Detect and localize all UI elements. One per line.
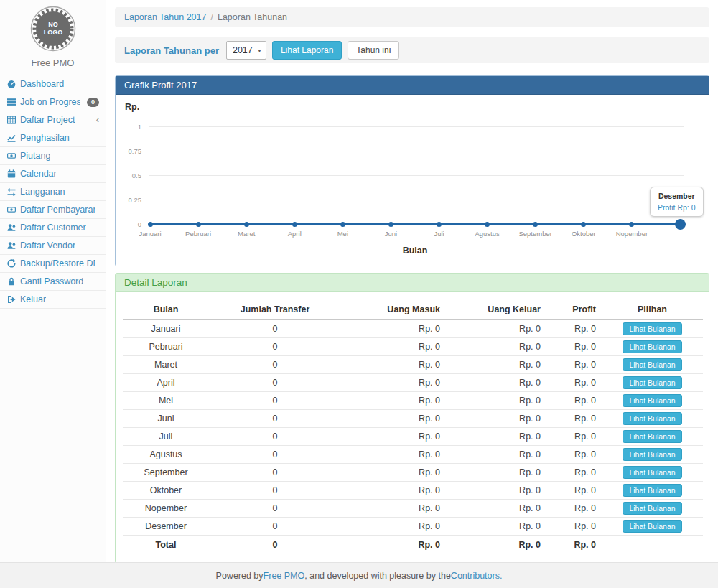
data-point-highlighted[interactable]: [675, 219, 686, 230]
gridline: [149, 126, 684, 127]
table-row: Juni0Rp. 0Rp. 0Rp. 0Lihat Bulanan: [123, 410, 703, 428]
cell-jumlah-transfer: 0: [209, 428, 341, 446]
cell-jumlah-transfer: 0: [209, 446, 341, 464]
cell-pilihan: Lihat Bulanan: [602, 446, 703, 464]
cell-jumlah-transfer: 0: [209, 392, 341, 410]
cell-profit: Rp. 0: [546, 446, 602, 464]
cell-pilihan: Lihat Bulanan: [602, 356, 703, 374]
exchange-icon: [6, 187, 17, 196]
sidebar-item-job-on-progress[interactable]: Job on Progress0: [0, 93, 106, 111]
chevron-down-icon: ▼: [257, 48, 262, 53]
cell-pilihan: Lihat Bulanan: [602, 374, 703, 392]
view-monthly-button[interactable]: Lihat Bulanan: [623, 430, 681, 443]
cell-profit: Rp. 0: [546, 428, 602, 446]
sidebar-item-daftar-project[interactable]: Daftar Project‹: [0, 111, 106, 129]
table-row: September0Rp. 0Rp. 0Rp. 0Lihat Bulanan: [123, 464, 703, 482]
view-monthly-button[interactable]: Lihat Bulanan: [623, 322, 681, 335]
view-monthly-button[interactable]: Lihat Bulanan: [623, 340, 681, 353]
breadcrumb-link-laporan-tahun[interactable]: Laporan Tahun 2017: [124, 12, 206, 22]
data-point[interactable]: [244, 222, 249, 227]
view-monthly-button[interactable]: Lihat Bulanan: [623, 394, 681, 407]
breadcrumb-separator: /: [210, 12, 213, 22]
cell-uang-keluar: Rp. 0: [446, 410, 546, 428]
data-point[interactable]: [388, 222, 393, 227]
data-point[interactable]: [148, 222, 153, 227]
cell-uang-masuk: Rp. 0: [341, 428, 446, 446]
view-monthly-button[interactable]: Lihat Bulanan: [623, 448, 681, 461]
view-report-button[interactable]: Lihat Laporan: [272, 41, 342, 60]
sidebar-item-daftar-vendor[interactable]: Daftar Vendor: [0, 237, 106, 255]
cell-jumlah-transfer: 0: [209, 500, 341, 518]
sidebar-item-calendar[interactable]: Calendar: [0, 165, 106, 183]
cell-jumlah-transfer: 0: [209, 410, 341, 428]
sidebar-item-penghasilan[interactable]: Penghasilan: [0, 129, 106, 147]
sidebar-item-daftar-pembayaran[interactable]: Daftar Pembayaran: [0, 201, 106, 219]
brand-name: Free PMO: [0, 57, 106, 68]
cell-profit: Rp. 0: [546, 536, 602, 553]
view-monthly-button[interactable]: Lihat Bulanan: [623, 484, 681, 497]
chart-tooltip: Desember Profit Rp: 0: [650, 187, 704, 217]
profit-line-series: [150, 223, 680, 225]
cell-jumlah-transfer: 0: [209, 464, 341, 482]
footer-link-free-pmo[interactable]: Free PMO: [264, 571, 305, 581]
cell-uang-masuk: Rp. 0: [341, 500, 446, 518]
cell-uang-masuk: Rp. 0: [341, 482, 446, 500]
x-tick-label: Pebruari: [173, 230, 223, 238]
report-table: Bulan Jumlah Transfer Uang Masuk Uang Ke…: [123, 301, 703, 553]
view-monthly-button[interactable]: Lihat Bulanan: [623, 466, 681, 479]
view-monthly-button[interactable]: Lihat Bulanan: [623, 358, 681, 371]
tasks-icon: [6, 98, 17, 106]
cell-bulan: Juli: [123, 428, 209, 446]
sidebar-item-keluar[interactable]: Keluar: [0, 291, 106, 309]
profit-chart-panel: Grafik Profit 2017 Rp. Desember Profit R…: [115, 75, 709, 266]
data-point[interactable]: [485, 222, 490, 227]
view-monthly-button[interactable]: Lihat Bulanan: [623, 502, 681, 515]
data-point[interactable]: [581, 222, 586, 227]
cell-uang-masuk: Rp. 0: [341, 338, 446, 356]
cell-jumlah-transfer: 0: [209, 320, 341, 338]
year-select[interactable]: 2017 ▼: [226, 41, 266, 60]
cell-uang-masuk: Rp. 0: [341, 392, 446, 410]
footer-text-middle: , and developed with pleasure by the: [304, 571, 451, 581]
footer-link-contributors[interactable]: Contributors.: [451, 571, 503, 581]
x-tick-label: Juni: [365, 230, 416, 238]
sidebar-item-daftar-customer[interactable]: Daftar Customer: [0, 219, 106, 237]
sidebar-item-dashboard[interactable]: Dashboard: [0, 75, 106, 93]
sidebar-item-ganti-password[interactable]: Ganti Password: [0, 273, 106, 291]
view-monthly-button[interactable]: Lihat Bulanan: [623, 520, 681, 533]
data-point[interactable]: [340, 222, 345, 227]
table-header-row: Bulan Jumlah Transfer Uang Masuk Uang Ke…: [123, 301, 703, 320]
cell-profit: Rp. 0: [546, 320, 602, 338]
sidebar: NO LOGO Free PMO DashboardJob on Progres…: [0, 0, 106, 562]
sidebar-item-backup-restore-db[interactable]: Backup/Restore DB: [0, 255, 106, 273]
cell-bulan: Desember: [123, 518, 209, 536]
data-point[interactable]: [196, 222, 201, 227]
cell-bulan: Juni: [123, 410, 209, 428]
cell-pilihan: Lihat Bulanan: [602, 518, 703, 536]
logo-line-1: NO: [48, 21, 58, 28]
money-icon: [6, 151, 17, 160]
cell-bulan: Agustus: [123, 446, 209, 464]
cell-bulan: Mei: [123, 392, 209, 410]
view-monthly-button[interactable]: Lihat Bulanan: [623, 376, 681, 389]
lock-icon: [6, 277, 17, 286]
data-point[interactable]: [533, 222, 538, 227]
data-point[interactable]: [292, 222, 297, 227]
page-footer: Powered by Free PMO , and developed with…: [0, 562, 718, 588]
sidebar-item-piutang[interactable]: Piutang: [0, 147, 106, 165]
cell-uang-masuk: Rp. 0: [341, 320, 446, 338]
filter-label: Laporan Tahunan per: [124, 45, 219, 56]
cell-uang-keluar: Rp. 0: [446, 482, 546, 500]
current-year-button[interactable]: Tahun ini: [348, 41, 399, 60]
refresh-icon: [6, 259, 17, 268]
cell-uang-masuk: Rp. 0: [341, 518, 446, 536]
data-point[interactable]: [437, 222, 442, 227]
cell-uang-keluar: Rp. 0: [446, 518, 546, 536]
view-monthly-button[interactable]: Lihat Bulanan: [623, 412, 681, 425]
detail-panel-title: Detail Laporan: [116, 274, 709, 292]
cell-jumlah-transfer: 0: [209, 536, 341, 553]
sidebar-item-langganan[interactable]: Langganan: [0, 183, 106, 201]
data-point[interactable]: [629, 222, 634, 227]
cell-uang-masuk: Rp. 0: [341, 374, 446, 392]
table-row: Agustus0Rp. 0Rp. 0Rp. 0Lihat Bulanan: [123, 446, 703, 464]
